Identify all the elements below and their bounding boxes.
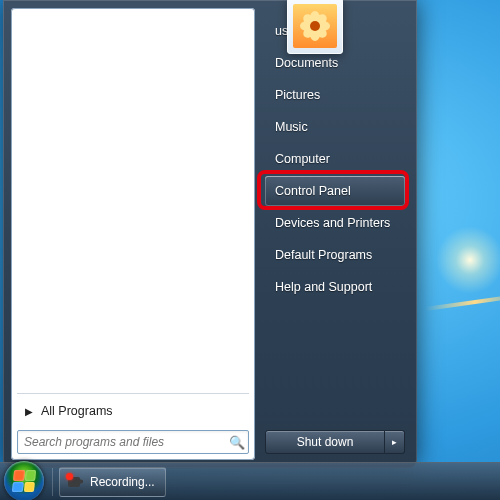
menu-item-computer[interactable]: Computer <box>265 144 405 174</box>
menu-item-music[interactable]: Music <box>265 112 405 142</box>
taskbar-separator <box>52 468 53 496</box>
search-icon[interactable]: 🔍 <box>226 435 248 450</box>
all-programs-button[interactable]: ▶ All Programs <box>17 400 249 422</box>
search-input[interactable] <box>18 435 226 449</box>
taskbar: Recording... <box>0 462 500 500</box>
start-menu-left-pane: ▶ All Programs 🔍 <box>11 8 255 460</box>
start-button[interactable] <box>4 461 44 501</box>
shutdown-group: Shut down ▸ <box>265 430 405 454</box>
search-box[interactable]: 🔍 <box>17 430 249 454</box>
shutdown-button[interactable]: Shut down <box>265 430 385 454</box>
menu-item-devices-printers[interactable]: Devices and Printers <box>265 208 405 238</box>
all-programs-label: All Programs <box>41 404 113 418</box>
shutdown-options-button[interactable]: ▸ <box>385 430 405 454</box>
menu-item-pictures[interactable]: Pictures <box>265 80 405 110</box>
start-menu: ▶ All Programs 🔍 user Documents Pictures… <box>3 0 417 468</box>
menu-item-help-support[interactable]: Help and Support <box>265 272 405 302</box>
menu-item-control-panel[interactable]: Control Panel <box>265 176 405 206</box>
triangle-right-icon: ▶ <box>25 406 33 417</box>
user-picture-icon <box>293 4 337 48</box>
camcorder-icon <box>66 473 84 491</box>
menu-item-default-programs[interactable]: Default Programs <box>265 240 405 270</box>
user-picture-frame[interactable] <box>287 0 343 54</box>
recent-programs-area <box>17 14 249 389</box>
taskbar-app-recording[interactable]: Recording... <box>59 467 166 497</box>
taskbar-app-label: Recording... <box>90 475 155 489</box>
divider <box>17 393 249 394</box>
start-menu-right-pane: user Documents Pictures Music Computer C… <box>255 8 409 460</box>
right-menu-list: user Documents Pictures Music Computer C… <box>265 14 405 424</box>
windows-logo-icon <box>12 470 36 492</box>
